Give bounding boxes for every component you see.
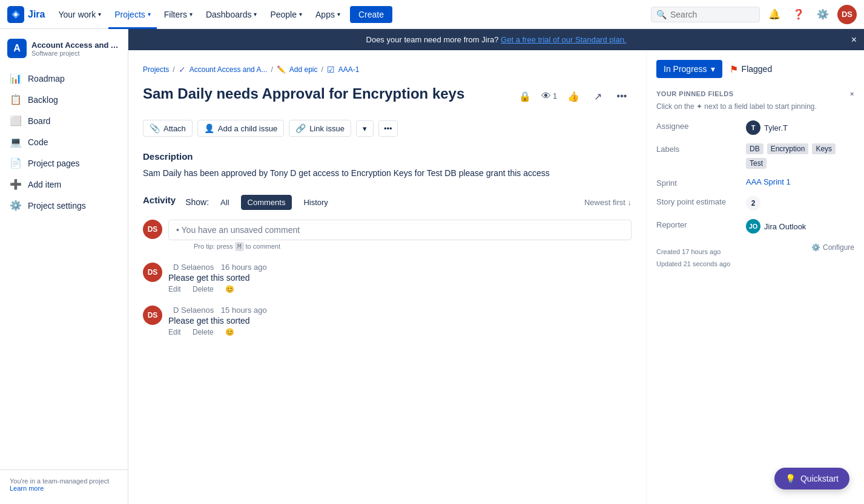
sidebar-item-project-settings[interactable]: ⚙️ Project settings (0, 195, 128, 216)
add-item-icon: ➕ (10, 178, 22, 190)
edit-comment-link-2[interactable]: Edit (168, 328, 181, 336)
assignee-value[interactable]: T Tyler.T (746, 120, 854, 135)
search-input[interactable] (670, 10, 749, 19)
roadmap-icon: 📊 (10, 73, 22, 84)
quickstart-button[interactable]: 💡 Quickstart (774, 468, 849, 489)
comment-input[interactable]: • You have an unsaved comment (168, 220, 632, 240)
comment-author: D Selaenos (173, 263, 214, 272)
comment-text: Please get this sorted (168, 273, 632, 283)
comment-actions-2: Edit · Delete · 😊 (168, 328, 632, 336)
status-button[interactable]: In Progress ▾ (656, 60, 722, 78)
link-icon: 🔗 (295, 123, 306, 133)
nav-apps[interactable]: Apps ▾ (309, 0, 346, 29)
story-point-value[interactable]: 2 (746, 196, 854, 211)
filter-comments-button[interactable]: Comments (241, 195, 292, 210)
activity-heading: Activity (143, 195, 176, 205)
activity-sort[interactable]: Newest first ↓ (584, 198, 632, 207)
nav-dashboards[interactable]: Dashboards ▾ (200, 0, 263, 29)
link-issue-button[interactable]: 🔗 Link issue (289, 120, 351, 137)
settings-icon: ⚙️ (10, 200, 22, 211)
activity-header: Activity Show: All Comments History Newe… (143, 195, 632, 210)
notifications-button[interactable]: 🔔 (765, 5, 784, 24)
child-icon: 👤 (204, 123, 214, 133)
labels-value: DB Encryption Keys Test (746, 143, 854, 169)
react-icon[interactable]: 😊 (225, 285, 234, 293)
create-button[interactable]: Create (350, 6, 392, 23)
help-button[interactable]: ❓ (789, 5, 808, 24)
breadcrumb-task-icon: ☑ (327, 65, 335, 74)
sidebar-item-label: Add item (28, 180, 61, 189)
filter-history-button[interactable]: History (297, 195, 334, 210)
breadcrumb-project[interactable]: Account Access and A... (190, 65, 268, 74)
configure-button[interactable]: ⚙️ Configure (811, 243, 854, 252)
watch-count: 1 (553, 92, 557, 100)
reporter-value[interactable]: JO Jira Outlook (746, 219, 854, 234)
user-avatar[interactable]: DS (837, 5, 857, 24)
breadcrumb-issue[interactable]: AAA-1 (338, 65, 360, 74)
settings-button[interactable]: ⚙️ (813, 5, 833, 24)
label-encryption[interactable]: Encryption (767, 143, 809, 154)
comment-time-2: 15 hours ago (221, 306, 267, 315)
breadcrumb-projects[interactable]: Projects (143, 65, 169, 74)
labels-field: Labels DB Encryption Keys Test (656, 143, 854, 169)
sidebar-footer: You're in a team-managed project Learn m… (0, 470, 128, 499)
nav-your-work[interactable]: Your work ▾ (52, 0, 107, 29)
meta-section: Created 17 hours ago Updated 21 seconds … (656, 243, 854, 267)
comment-meta-2: D Selaenos 15 hours ago (168, 306, 632, 315)
search-box[interactable]: 🔍 (651, 7, 760, 22)
sidebar-item-label: Project pages (28, 159, 80, 168)
share-button[interactable]: ↗ (588, 87, 607, 106)
sidebar-item-code[interactable]: 💻 Code (0, 131, 128, 152)
lock-icon[interactable]: 🔒 (515, 87, 535, 106)
breadcrumb-epic-icon: ✓ (179, 65, 186, 74)
more-options-button[interactable]: ••• (612, 87, 632, 106)
sprint-link[interactable]: AAA Sprint 1 (746, 177, 791, 186)
nav-projects[interactable]: Projects ▾ (108, 0, 157, 29)
filter-all-button[interactable]: All (214, 195, 236, 210)
description-text: Sam Daily has been approved by Tony D ge… (143, 166, 632, 180)
learn-more-link[interactable]: Learn more (10, 485, 44, 492)
comment-item: DS D Selaenos 16 hours ago Please get th… (143, 263, 632, 293)
close-pinned-icon[interactable]: × (850, 90, 854, 97)
edit-comment-link[interactable]: Edit (168, 285, 181, 293)
sidebar-item-backlog[interactable]: 📋 Backlog (0, 89, 128, 110)
logo[interactable]: Jira (7, 6, 45, 23)
action-dropdown-button[interactable]: ▾ (356, 120, 374, 137)
sidebar-item-board[interactable]: ⬜ Board (0, 110, 128, 131)
react-icon-2[interactable]: 😊 (225, 328, 234, 336)
breadcrumb-epic[interactable]: Add epic (289, 65, 318, 74)
attach-button[interactable]: 📎 Attach (143, 120, 193, 137)
label-test[interactable]: Test (746, 158, 767, 169)
comment-actions: Edit · Delete · 😊 (168, 285, 632, 293)
sidebar-item-project-pages[interactable]: 📄 Project pages (0, 152, 128, 174)
nav-filters[interactable]: Filters ▾ (158, 0, 199, 29)
announcement-banner: Does your team need more from Jira? Get … (128, 29, 864, 50)
banner-close-button[interactable]: × (851, 34, 857, 45)
add-child-issue-button[interactable]: 👤 Add a child issue (197, 120, 284, 137)
watch-button[interactable]: 👁 1 (539, 87, 559, 106)
delete-comment-link-2[interactable]: Delete (193, 328, 214, 336)
like-button[interactable]: 👍 (564, 87, 583, 106)
flagged-indicator[interactable]: ⚑ Flagged (730, 64, 773, 75)
sidebar-item-roadmap[interactable]: 📊 Roadmap (0, 68, 128, 89)
pinned-fields-header: YOUR PINNED FIELDS × (656, 90, 854, 97)
project-type: Software project (31, 50, 120, 57)
sidebar-item-label: Backlog (28, 95, 58, 105)
brand-label: Jira (28, 9, 45, 20)
reporter-field: Reporter JO Jira Outlook (656, 219, 854, 234)
reporter-avatar: JO (746, 219, 760, 234)
sidebar: A Account Access and Ap... Software proj… (0, 29, 128, 504)
more-actions-button[interactable]: ••• (378, 120, 398, 137)
comment-input-area: DS • You have an unsaved comment Pro tip… (143, 220, 632, 250)
nav-people[interactable]: People ▾ (264, 0, 308, 29)
delete-comment-link[interactable]: Delete (193, 285, 214, 293)
breadcrumb: Projects / ✓ Account Access and A... / ✏… (143, 65, 632, 74)
label-db[interactable]: DB (746, 143, 763, 154)
commenter-avatar: DS (143, 263, 162, 282)
banner-trial-link[interactable]: Get a free trial of our Standard plan. (501, 35, 626, 44)
label-keys[interactable]: Keys (812, 143, 836, 154)
story-point-field: Story point estimate 2 (656, 196, 854, 211)
code-icon: 💻 (10, 136, 22, 148)
sidebar-item-add-item[interactable]: ➕ Add item (0, 174, 128, 195)
breadcrumb-pencil-icon: ✏️ (277, 65, 286, 74)
